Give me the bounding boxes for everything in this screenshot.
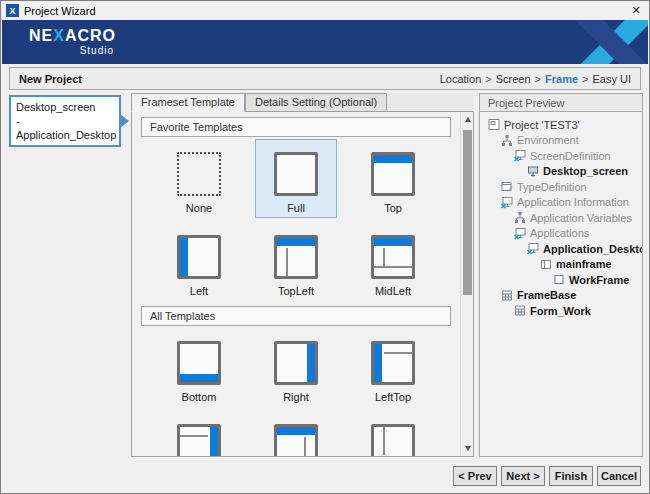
template-grid: BottomRightLeftTop bbox=[158, 328, 434, 456]
tree-item-label: Environment bbox=[517, 134, 579, 146]
template-thumb-topleft-icon bbox=[274, 235, 318, 279]
tree-item-label: Application Information bbox=[517, 196, 629, 208]
cancel-button[interactable]: Cancel bbox=[597, 466, 641, 486]
titlebar: X Project Wizard ✕ bbox=[1, 1, 649, 20]
project-icon bbox=[487, 118, 501, 131]
nexacro-x-logo-icon bbox=[576, 20, 648, 64]
vertical-scrollbar[interactable] bbox=[460, 112, 473, 456]
brand-name: NEXACRO bbox=[29, 27, 116, 45]
template-thumb-righttop-icon bbox=[177, 424, 221, 456]
tab-frameset-template[interactable]: Frameset Template bbox=[131, 93, 245, 112]
tree-item-form-work[interactable]: Form_Work bbox=[480, 303, 642, 319]
template-option-righttop[interactable] bbox=[158, 411, 240, 456]
tree-item-label: ScreenDefinition bbox=[530, 150, 611, 162]
breadcrumb-separator: > bbox=[582, 73, 588, 85]
template-option-none[interactable]: None bbox=[158, 139, 240, 218]
tree-item-typedefinition[interactable]: TypeDefinition bbox=[480, 179, 642, 195]
pattern-part bbox=[277, 238, 315, 246]
template-thumb-right-icon bbox=[274, 341, 318, 385]
tree-item-mainframe[interactable]: mainframe bbox=[480, 257, 642, 273]
template-option-full[interactable]: Full bbox=[255, 139, 337, 218]
breadcrumb-separator: > bbox=[485, 73, 491, 85]
tab-details-setting-optional-[interactable]: Details Setting (Optional) bbox=[245, 93, 387, 111]
square-icon bbox=[552, 273, 566, 286]
brand-logo: NEXACRO Studio bbox=[29, 27, 116, 56]
tree-item-label: FrameBase bbox=[517, 289, 576, 301]
template-option-leftbottom[interactable] bbox=[352, 411, 434, 456]
template-option-topleft[interactable]: TopLeft bbox=[255, 222, 337, 301]
template-thumb-left-icon bbox=[177, 235, 221, 279]
brand-ne: NE bbox=[29, 27, 53, 44]
tree-item-label: Application_Desktop bbox=[543, 243, 643, 255]
template-option-bottom[interactable]: Bottom bbox=[158, 328, 240, 407]
pattern-part bbox=[374, 238, 412, 246]
template-thumb-midleft-icon bbox=[371, 235, 415, 279]
breadcrumb-step-location: Location bbox=[440, 73, 482, 85]
template-option-left[interactable]: Left bbox=[158, 222, 240, 301]
tabstrip: Frameset TemplateDetails Setting (Option… bbox=[131, 93, 474, 112]
template-option-topright[interactable] bbox=[255, 411, 337, 456]
scroll-up-icon[interactable] bbox=[461, 113, 474, 126]
pattern-part bbox=[383, 427, 385, 455]
nodes-icon bbox=[500, 134, 514, 147]
pattern-part bbox=[210, 427, 218, 456]
pattern-part bbox=[180, 238, 188, 276]
tree-item-application-variables[interactable]: Application Variables bbox=[480, 210, 642, 226]
grid-icon bbox=[500, 289, 514, 302]
finish-button[interactable]: Finish bbox=[549, 466, 593, 486]
prev-button[interactable]: < Prev bbox=[453, 466, 497, 486]
screen-def-icon bbox=[513, 227, 527, 240]
selected-screen-callout[interactable]: Desktop_screen - Application_Desktop bbox=[9, 95, 121, 147]
tree-item-label: mainframe bbox=[556, 258, 612, 270]
tree-item-screendefinition[interactable]: ScreenDefinition bbox=[480, 148, 642, 164]
tree-item-label: Project 'TEST3' bbox=[504, 119, 580, 131]
breadcrumb: Location>Screen>Frame>Easy UI bbox=[440, 73, 631, 85]
tree-item-project-test3-[interactable]: Project 'TEST3' bbox=[480, 117, 642, 133]
template-label: Full bbox=[287, 202, 305, 214]
tree-item-applications[interactable]: Applications bbox=[480, 226, 642, 242]
scrollbar-thumb[interactable] bbox=[463, 130, 472, 295]
template-option-lefttop[interactable]: LeftTop bbox=[352, 328, 434, 407]
tree-item-workframe[interactable]: WorkFrame bbox=[480, 272, 642, 288]
template-thumb-leftbottom-icon bbox=[371, 424, 415, 456]
pattern-part bbox=[277, 427, 315, 435]
pattern-part bbox=[286, 248, 288, 276]
next-button[interactable]: Next > bbox=[501, 466, 545, 486]
template-label: Bottom bbox=[182, 391, 217, 403]
project-preview-tree: Project 'TEST3'EnvironmentScreenDefiniti… bbox=[479, 112, 643, 457]
project-wizard-dialog: X Project Wizard ✕ NEXACRO Studio New Pr… bbox=[0, 0, 650, 494]
tree-item-environment[interactable]: Environment bbox=[480, 133, 642, 149]
template-thumb-bottom-icon bbox=[177, 341, 221, 385]
wizard-footer: < PrevNext >FinishCancel bbox=[453, 466, 641, 486]
tree-item-label: Application Variables bbox=[530, 212, 632, 224]
pattern-part bbox=[180, 374, 218, 382]
page-title: New Project bbox=[19, 73, 82, 85]
template-panel-body: Favorite TemplatesNoneFullTopLeftTopLeft… bbox=[131, 112, 474, 457]
tree-item-desktop-screen[interactable]: Desktop_screen bbox=[480, 164, 642, 180]
screen-def-icon bbox=[513, 149, 527, 162]
template-thumb-lefttop-icon bbox=[371, 341, 415, 385]
template-thumb-topright-icon bbox=[274, 424, 318, 456]
template-option-midleft[interactable]: MidLeft bbox=[352, 222, 434, 301]
window-title: Project Wizard bbox=[24, 5, 628, 17]
screen-list-panel: Desktop_screen - Application_Desktop bbox=[9, 95, 128, 457]
close-icon[interactable]: ✕ bbox=[628, 4, 644, 17]
template-label: Left bbox=[190, 285, 208, 297]
tree-item-label: Form_Work bbox=[530, 305, 591, 317]
tree-item-application-desktop[interactable]: Application_Desktop bbox=[480, 241, 642, 257]
type-def-icon bbox=[500, 180, 514, 193]
breadcrumb-step-easy-ui: Easy UI bbox=[592, 73, 631, 85]
tree-item-framebase[interactable]: FrameBase bbox=[480, 288, 642, 304]
pattern-part bbox=[383, 248, 385, 266]
tree-item-label: Desktop_screen bbox=[543, 165, 628, 177]
monitor-icon bbox=[526, 165, 540, 178]
brand-banner: NEXACRO Studio bbox=[2, 20, 648, 64]
template-option-right[interactable]: Right bbox=[255, 328, 337, 407]
scroll-down-icon[interactable] bbox=[461, 442, 474, 455]
template-label: None bbox=[186, 202, 212, 214]
screen-def-icon bbox=[500, 196, 514, 209]
tree-item-application-information[interactable]: Application Information bbox=[480, 195, 642, 211]
template-option-top[interactable]: Top bbox=[352, 139, 434, 218]
template-panel: Frameset TemplateDetails Setting (Option… bbox=[131, 93, 474, 457]
brand-studio: Studio bbox=[29, 45, 116, 56]
